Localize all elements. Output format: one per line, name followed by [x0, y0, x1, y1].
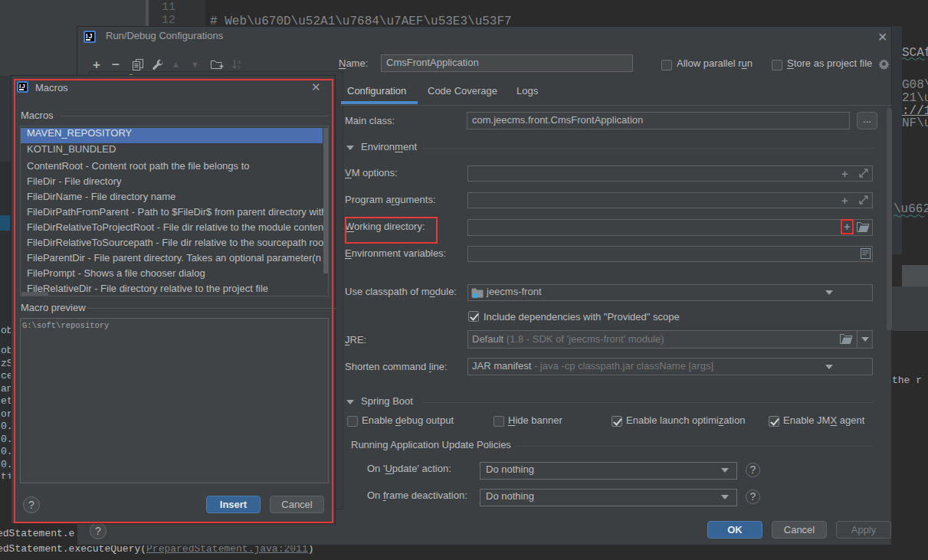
svg-text:a: a: [238, 59, 241, 64]
svg-text:z: z: [238, 64, 241, 70]
